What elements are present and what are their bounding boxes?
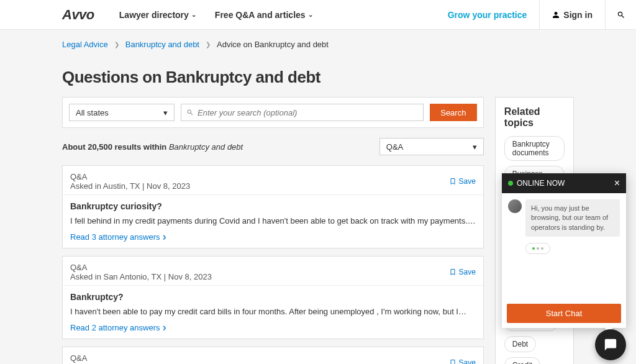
caret-down-icon: ▾: [473, 142, 477, 152]
results-topic: Bankruptcy and debt: [169, 142, 243, 152]
results-prefix: About 20,500 results within: [62, 142, 169, 152]
chevron-right-icon: ❯: [162, 325, 167, 330]
chevron-down-icon: ⌄: [191, 11, 196, 18]
close-icon[interactable]: ×: [614, 178, 620, 188]
card-meta-text: Q&AAsked in Austin, TX | Nov 8, 2023: [70, 172, 190, 191]
results-row: About 20,500 results within Bankruptcy a…: [62, 138, 484, 155]
card-link[interactable]: Read 3 attorney answers ❯: [70, 232, 167, 242]
chat-message: Hi, you may just be browsing, but our te…: [508, 199, 620, 237]
site-header: Avvo Lawyer directory⌄ Free Q&A and arti…: [0, 0, 636, 30]
caret-down-icon: ▾: [163, 108, 168, 117]
chat-status: ONLINE NOW: [517, 179, 565, 188]
card-meta: Q&AAsked in Rockford, IL | Nov 8, 2023 S…: [63, 347, 483, 364]
card-body: Bankruptcy curiosity?I fell behind in my…: [63, 194, 483, 248]
chat-bubble: Hi, you may just be browsing, but our te…: [525, 199, 620, 237]
filter-label: Q&A: [386, 142, 403, 152]
signin-label: Sign in: [563, 10, 593, 20]
breadcrumb-legal-advice[interactable]: Legal Advice: [62, 40, 108, 49]
state-select[interactable]: All states ▾: [69, 104, 175, 121]
search-input-wrapper: [181, 104, 424, 121]
related-tag[interactable]: Debt: [504, 336, 536, 352]
card-link[interactable]: Read 2 attorney answers ❯: [70, 323, 167, 332]
nav-lawyer-directory[interactable]: Lawyer directory⌄: [119, 10, 196, 20]
result-card[interactable]: Q&AAsked in San Antonio, TX | Nov 8, 202…: [62, 256, 484, 339]
related-tag[interactable]: Credit: [504, 357, 540, 364]
bookmark-icon: [449, 178, 457, 185]
card-meta: Q&AAsked in San Antonio, TX | Nov 8, 202…: [63, 257, 483, 285]
user-icon: [552, 11, 560, 19]
search-icon: [617, 11, 625, 19]
search-button[interactable]: [605, 0, 636, 29]
chevron-down-icon: ⌄: [308, 11, 313, 18]
state-label: All states: [76, 108, 109, 117]
result-card[interactable]: Q&AAsked in Rockford, IL | Nov 8, 2023 S…: [62, 347, 484, 364]
breadcrumb-bankruptcy[interactable]: Bankruptcy and debt: [125, 40, 199, 49]
chevron-right-icon: ❯: [206, 41, 211, 48]
content-type-select[interactable]: Q&A ▾: [379, 138, 484, 155]
bookmark-icon: [449, 268, 457, 276]
card-title: Bankruptcy?: [70, 292, 476, 302]
card-excerpt: I fell behind in my credit payments duri…: [70, 216, 476, 225]
card-meta-text: Q&AAsked in San Antonio, TX | Nov 8, 202…: [70, 263, 212, 281]
page-title: Questions on Bankruptcy and debt: [62, 68, 574, 87]
nav-free-qa[interactable]: Free Q&A and articles⌄: [215, 10, 313, 20]
bookmark-icon: [449, 359, 457, 364]
results-count: About 20,500 results within Bankruptcy a…: [62, 142, 243, 152]
typing-indicator-icon: [525, 243, 550, 254]
chevron-right-icon: ❯: [162, 235, 167, 240]
save-button[interactable]: Save: [449, 172, 475, 191]
chat-fab-button[interactable]: [595, 329, 626, 360]
header-right: Grow your practice Sign in: [448, 0, 636, 29]
status-dot-icon: [508, 181, 513, 186]
signin-button[interactable]: Sign in: [539, 0, 605, 29]
result-card[interactable]: Q&AAsked in Austin, TX | Nov 8, 2023 Sav…: [62, 165, 484, 248]
related-tag[interactable]: Bankruptcy documents: [504, 136, 565, 161]
card-title: Bankruptcy curiosity?: [70, 201, 476, 211]
search-submit-button[interactable]: Search: [430, 104, 477, 121]
nav-label: Lawyer directory: [119, 10, 189, 20]
search-input[interactable]: [198, 108, 418, 117]
chat-widget: ONLINE NOW × Hi, you may just be browsin…: [502, 173, 626, 328]
save-button[interactable]: Save: [449, 353, 475, 364]
card-meta-text: Q&AAsked in Rockford, IL | Nov 8, 2023: [70, 353, 197, 364]
results-list: Q&AAsked in Austin, TX | Nov 8, 2023 Sav…: [62, 165, 484, 364]
card-meta: Q&AAsked in Austin, TX | Nov 8, 2023 Sav…: [63, 166, 483, 194]
main-column: All states ▾ Search About 20,500 results…: [62, 97, 484, 364]
search-panel: All states ▾ Search: [62, 97, 484, 128]
breadcrumb-current: Advice on Bankruptcy and debt: [217, 40, 329, 49]
card-body: Bankruptcy?I haven't been able to pay my…: [63, 285, 483, 339]
logo[interactable]: Avvo: [62, 7, 94, 23]
search-icon: [186, 109, 194, 116]
chat-body: Hi, you may just be browsing, but our te…: [502, 193, 626, 304]
chat-header: ONLINE NOW ×: [502, 173, 626, 193]
chat-icon: [604, 338, 617, 352]
layout: All states ▾ Search About 20,500 results…: [62, 97, 574, 364]
grow-practice-link[interactable]: Grow your practice: [448, 10, 527, 20]
avatar: [508, 199, 522, 213]
chevron-right-icon: ❯: [114, 41, 119, 48]
related-heading: Related topics: [504, 106, 565, 129]
save-button[interactable]: Save: [449, 263, 475, 281]
breadcrumb: Legal Advice ❯ Bankruptcy and debt ❯ Adv…: [62, 40, 574, 49]
card-excerpt: I haven't been able to pay my credit car…: [70, 307, 476, 316]
nav-label: Free Q&A and articles: [215, 10, 306, 20]
start-chat-button[interactable]: Start Chat: [507, 304, 621, 323]
